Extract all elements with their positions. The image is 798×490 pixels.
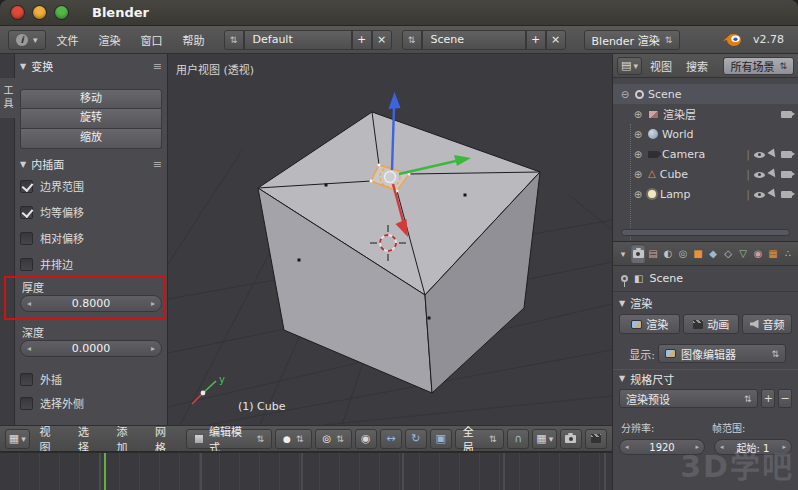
outliner-display-filter-select[interactable]: 所有场景 ⇅ [723,57,794,75]
render-display-select[interactable]: 图像编辑器 ⇅ [658,344,786,363]
scene-browse-button[interactable]: ⇅ [402,30,422,50]
transform-panel-header[interactable]: ▼ 变换 ≡ [20,57,162,75]
tab-render-layers[interactable]: ▤ [646,244,660,263]
expand-icon[interactable]: ⊕ [632,169,644,180]
boundary-checkbox[interactable] [20,180,33,193]
editor-type-button-properties[interactable]: ▾ [616,244,630,263]
opengl-render-button[interactable] [560,429,582,449]
depth-slider[interactable]: ◂ 0.0000 ▸ [20,340,162,357]
editor-type-button-3dview[interactable]: ▦ ▾ [5,429,30,449]
render-presets-select[interactable]: 渲染预设 ⇅ [619,389,758,408]
rotate-button[interactable]: 旋转 [20,109,162,129]
menu-add[interactable]: 添加 [109,425,144,452]
renderability-icon[interactable] [781,151,792,158]
expand-icon[interactable]: ⊕ [632,109,644,120]
expand-icon[interactable]: ⊕ [632,189,644,200]
renderability-icon[interactable] [781,111,792,118]
selectability-cursor-icon[interactable] [767,188,778,199]
3d-viewport[interactable]: y 用户视图 (透视) (1) Cube [168,54,612,425]
panel-menu-icon[interactable]: ≡ [153,60,162,73]
preset-add-button[interactable]: + [761,389,775,408]
screen-layout-name-field[interactable]: Default [244,30,352,50]
slider-right-icon[interactable]: ▸ [151,299,155,308]
manipulator-toggle-button[interactable]: ◉ [355,429,377,449]
expand-icon[interactable]: ⊕ [632,149,644,160]
viewport-shading-select[interactable]: ● ⇅ [275,429,311,449]
menu-render[interactable]: 渲染 [90,32,130,48]
expand-icon[interactable]: ⊕ [632,129,644,140]
scene-name-field[interactable]: Scene [422,30,526,50]
visibility-eye-icon[interactable] [754,189,765,200]
scene-add-button[interactable]: + [526,30,546,50]
select-outer-checkbox[interactable] [20,397,33,410]
scene-delete-button[interactable]: × [546,30,566,50]
render-engine-select[interactable]: Blender 渲染 ⇅ [584,30,681,50]
tab-constraints[interactable]: ◆ [706,244,720,263]
tree-row-camera[interactable]: ⊕ Camera | [613,144,798,164]
resolution-x-slider[interactable]: ◂ 1920 ▸ [619,439,705,455]
renderability-icon[interactable] [781,171,792,178]
opengl-render-anim-button[interactable] [585,429,607,449]
tab-texture[interactable]: ▦ [766,244,780,263]
screen-layout-delete-button[interactable]: × [372,30,392,50]
collapse-icon[interactable]: ⊖ [619,89,631,100]
tree-row-renderlayers[interactable]: ⊕ 渲染层 [613,104,798,124]
tree-row-cube[interactable]: ⊕ △ Cube | [613,164,798,184]
tab-render[interactable] [631,244,645,263]
frame-start-slider[interactable]: ◂ 起始: 1 ▸ [714,439,792,455]
selectability-cursor-icon[interactable] [767,168,778,179]
scale-button[interactable]: 缩放 [20,129,162,149]
renderability-icon[interactable] [781,191,792,198]
thickness-slider[interactable]: ◂ 0.8000 ▸ [20,295,162,312]
selectability-cursor-icon[interactable] [767,148,778,159]
outset-checkbox[interactable] [20,373,33,386]
snap-magnet-button[interactable]: ∩ [507,429,529,449]
menu-file[interactable]: 文件 [48,32,88,48]
menu-help[interactable]: 帮助 [174,32,214,48]
timeline-strip[interactable] [0,452,612,490]
menu-view[interactable]: 视图 [33,425,68,452]
window-minimize-button[interactable] [33,6,46,19]
slider-right-icon[interactable]: ▸ [695,443,699,451]
tab-particles[interactable]: ∴ [781,244,795,263]
pivot-center-select[interactable]: ◎ ⇅ [315,429,352,449]
snap-element-select[interactable]: ▦ ▾ [532,429,557,449]
tree-row-lamp[interactable]: ⊕ Lamp | [613,184,798,204]
render-still-button[interactable]: 渲染 [619,314,680,334]
screen-layout-browse-button[interactable]: ⇅ [224,30,244,50]
tree-row-world[interactable]: ⊕ World [613,124,798,144]
inset-faces-panel-header[interactable]: ▼ 内插面 ≡ [20,155,162,173]
current-frame-playhead[interactable] [104,453,106,490]
tree-row-scene[interactable]: ⊖ Scene [613,84,798,104]
offset-relative-checkbox[interactable] [20,232,33,245]
render-panel-header[interactable]: ▼ 渲染 [613,294,798,312]
outliner-horizontal-scrollbar[interactable] [621,229,790,236]
translate-button[interactable]: 移动 [20,89,162,109]
render-audio-button[interactable]: 音频 [742,314,792,334]
window-maximize-button[interactable] [55,6,68,19]
manipulator-rotate-button[interactable]: ↻ [405,429,427,449]
transform-orientation-select[interactable]: 全局 ⇅ [455,429,505,449]
tab-object[interactable]: ■ [691,244,705,263]
edge-rail-checkbox[interactable] [20,258,33,271]
tab-world[interactable]: ◎ [676,244,690,263]
editor-type-button-outliner[interactable]: ▤ ▾ [617,57,642,75]
panel-menu-icon[interactable]: ≡ [153,158,162,171]
menu-mesh[interactable]: 网格 [148,425,183,452]
visibility-eye-icon[interactable] [754,149,765,160]
offset-even-checkbox[interactable] [20,206,33,219]
render-animation-button[interactable]: 动画 [683,314,739,334]
window-close-button[interactable] [11,6,24,19]
visibility-eye-icon[interactable] [754,169,765,180]
slider-right-icon[interactable]: ▸ [151,344,155,353]
slider-right-icon[interactable]: ▸ [782,443,786,451]
menu-window[interactable]: 窗口 [132,32,172,48]
screen-layout-add-button[interactable]: + [352,30,372,50]
menu-select[interactable]: 选择 [71,425,106,452]
editor-type-button-info[interactable]: i ▾ [8,30,46,50]
tab-scene[interactable]: ◐ [661,244,675,263]
tab-data[interactable]: ▽ [736,244,750,263]
mode-select[interactable]: 编辑模式 ⇅ [186,429,272,449]
dimensions-panel-header[interactable]: ▼ 规格尺寸 [613,369,798,387]
outliner-menu-search[interactable]: 搜索 [680,58,714,74]
